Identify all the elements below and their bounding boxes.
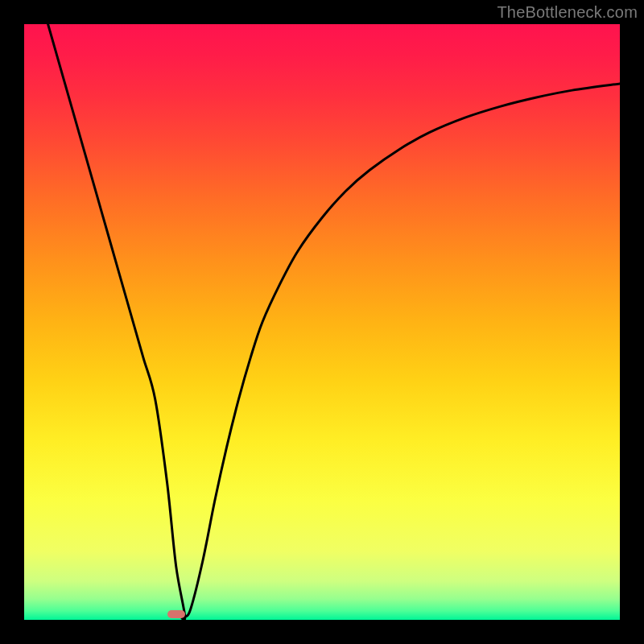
minimum-marker bbox=[167, 610, 185, 618]
plot-area bbox=[24, 24, 620, 620]
watermark-text: TheBottleneck.com bbox=[497, 3, 638, 22]
chart-frame: TheBottleneck.com bbox=[0, 0, 644, 644]
chart-curve bbox=[24, 24, 620, 620]
